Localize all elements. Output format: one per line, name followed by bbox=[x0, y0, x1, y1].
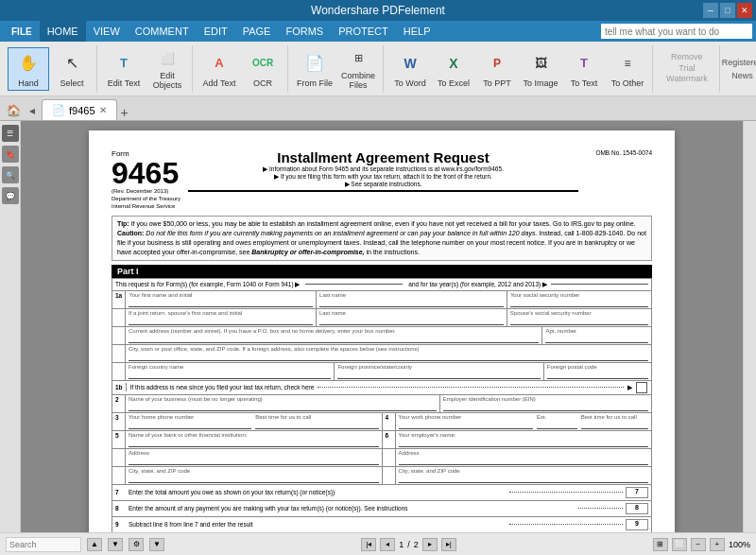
sidebar-thumbnail-icon[interactable]: ☰ bbox=[2, 125, 19, 142]
row-3-4: 3 Your home phone number Best time for u… bbox=[112, 413, 651, 431]
to-excel-button[interactable]: X To Excel bbox=[433, 47, 474, 91]
tab-close-icon[interactable]: ✕ bbox=[99, 105, 107, 115]
bottom-search-input[interactable] bbox=[6, 537, 81, 552]
add-text-button[interactable]: A Add Text bbox=[198, 47, 240, 91]
to-image-button[interactable]: 🖼 To Image bbox=[520, 47, 561, 91]
hand-icon: ✋ bbox=[15, 50, 42, 77]
page-last-button[interactable]: ▸| bbox=[441, 538, 456, 551]
edit-objects-icon: ⬜ bbox=[154, 48, 180, 69]
row-8-text: Enter the amount of any payment you are … bbox=[129, 505, 576, 512]
menu-edit[interactable]: EDIT bbox=[197, 21, 235, 42]
page-prev-button[interactable]: ◂ bbox=[380, 538, 395, 551]
pdf-viewer[interactable]: Form 9465 (Rev. December 2013)Department… bbox=[21, 121, 743, 532]
to-image-icon: 🖼 bbox=[527, 50, 554, 77]
view-mode-2-button[interactable]: ⬜ bbox=[672, 538, 687, 551]
nav-more-button[interactable]: ▼ bbox=[149, 538, 164, 551]
form-section-main: This request is for Form(s) (for example… bbox=[112, 278, 652, 532]
home-phone-group: Your home phone number Best time for us … bbox=[126, 413, 383, 430]
row-5-6-address: Address Address bbox=[112, 449, 651, 467]
edit-text-icon: T bbox=[111, 50, 137, 77]
joint-last-name-field: Last name bbox=[317, 309, 507, 326]
menu-protect[interactable]: PROTECT bbox=[331, 21, 396, 42]
menu-help[interactable]: HELP bbox=[396, 21, 438, 42]
combine-files-button[interactable]: ⊞ Combine Files bbox=[337, 47, 379, 91]
back-nav-icon[interactable]: 🏠 bbox=[4, 101, 23, 120]
maximize-button[interactable]: □ bbox=[720, 3, 735, 18]
menu-home[interactable]: HOME bbox=[40, 21, 86, 42]
foreign-province-field: Foreign province/state/county bbox=[335, 363, 543, 380]
to-other-icon: ≡ bbox=[614, 50, 641, 77]
form-arrow2: ▶ If you are filing this form with your … bbox=[188, 173, 578, 181]
nav-settings-button[interactable]: ⚙ bbox=[129, 538, 144, 551]
bank-name-field: Name of your bank or other financial ins… bbox=[126, 431, 383, 448]
menu-search-input[interactable] bbox=[601, 24, 752, 39]
tax-years-text: and for tax year(s) (for example, 2012 a… bbox=[408, 281, 547, 288]
menu-file[interactable]: FILE bbox=[4, 21, 40, 42]
content-tool-group: A Add Text OCR OCR bbox=[195, 45, 288, 93]
request-text: This request is for Form(s) (for example… bbox=[115, 281, 300, 288]
window-controls: ─ □ ✕ bbox=[703, 3, 752, 18]
page-first-button[interactable]: |◂ bbox=[361, 538, 376, 551]
from-file-button[interactable]: 📄 From File bbox=[294, 47, 335, 91]
row-8-box: 8 bbox=[626, 503, 648, 514]
registered-label[interactable]: Registered bbox=[722, 58, 756, 67]
sidebar-comment-icon[interactable]: 💬 bbox=[2, 187, 19, 204]
joint-first-name-field: If a joint return, spouse's first name a… bbox=[126, 309, 317, 326]
new-tab-button[interactable]: + bbox=[117, 105, 132, 120]
form-title: Installment Agreement Request bbox=[188, 149, 578, 165]
row-9: 9 Subtract line 8 from line 7 and enter … bbox=[112, 517, 651, 532]
remove-watermark-button[interactable]: Remove Trial Watermark bbox=[659, 52, 715, 85]
last-name-field: Last name bbox=[317, 291, 507, 308]
to-image-label: To Image bbox=[523, 78, 558, 88]
zoom-in-button[interactable]: + bbox=[710, 538, 725, 551]
news-label[interactable]: News bbox=[731, 71, 753, 80]
ocr-button[interactable]: OCR OCR bbox=[242, 47, 284, 91]
row-5-6-header: 5 Name of your bank or other financial i… bbox=[112, 431, 651, 449]
nav-up-button[interactable]: ▲ bbox=[87, 538, 102, 551]
menu-forms[interactable]: FORMS bbox=[278, 21, 331, 42]
bottom-center-nav: |◂ ◂ 1 / 2 ▸ ▸| bbox=[361, 538, 456, 551]
row-5-number: 5 bbox=[112, 431, 126, 448]
nav-down-button[interactable]: ▼ bbox=[108, 538, 123, 551]
nav-back-icon[interactable]: ◂ bbox=[23, 101, 42, 120]
main-area: ☰ 🔖 🔍 💬 Form 9465 (Rev. December 2013)De… bbox=[0, 121, 756, 532]
tab-f9465-label: f9465 bbox=[69, 105, 95, 116]
menu-view[interactable]: VIEW bbox=[86, 21, 128, 42]
app-title: Wondershare PDFelement bbox=[311, 4, 445, 17]
sidebar-bookmark-icon[interactable]: 🔖 bbox=[2, 146, 19, 163]
sidebar-search-icon[interactable]: 🔍 bbox=[2, 166, 19, 183]
tab-bar: 🏠 ◂ 📄 f9465 ✕ + bbox=[0, 96, 756, 121]
row-6-addr-spacer bbox=[383, 449, 396, 466]
to-ppt-label: To PPT bbox=[483, 78, 511, 88]
foreign-country-field: Foreign country name bbox=[126, 363, 335, 380]
hand-label: Hand bbox=[18, 78, 39, 88]
to-other-button[interactable]: ≡ To Other bbox=[607, 47, 648, 91]
row-4-number: 4 bbox=[383, 413, 396, 430]
right-sidebar-scrollbar[interactable] bbox=[743, 121, 756, 532]
page-next-button[interactable]: ▸ bbox=[422, 538, 438, 551]
ocr-icon: OCR bbox=[249, 50, 276, 77]
edit-text-button[interactable]: T Edit Text bbox=[103, 47, 145, 91]
minimize-button[interactable]: ─ bbox=[703, 3, 718, 18]
to-word-button[interactable]: W To Word bbox=[389, 47, 431, 91]
menu-comment[interactable]: COMMENT bbox=[128, 21, 197, 42]
zoom-out-button[interactable]: − bbox=[691, 538, 706, 551]
bottom-left: ▲ ▼ ⚙ ▼ bbox=[6, 537, 164, 552]
row-8-label: 8 bbox=[115, 505, 129, 512]
home-phone-field: Your home phone number bbox=[129, 414, 251, 429]
edit-objects-button[interactable]: ⬜ Edit Objects bbox=[146, 47, 188, 91]
new-address-row: If this address is new since you filed y… bbox=[127, 381, 651, 394]
select-button[interactable]: ↖ Select bbox=[51, 47, 93, 91]
to-ppt-button[interactable]: P To PPT bbox=[476, 47, 518, 91]
menu-page[interactable]: PAGE bbox=[235, 21, 279, 42]
row-5-6-city: City, state, and ZIP code City, state, a… bbox=[112, 467, 651, 485]
close-button[interactable]: ✕ bbox=[737, 3, 752, 18]
first-name-field: Your first name and initial bbox=[126, 291, 317, 308]
to-text-button[interactable]: T To Text bbox=[563, 47, 605, 91]
to-ppt-icon: P bbox=[484, 50, 510, 77]
hand-button[interactable]: ✋ Hand bbox=[8, 47, 49, 91]
best-time-3-field: Best time for us to call bbox=[255, 414, 378, 429]
tab-f9465[interactable]: 📄 f9465 ✕ bbox=[42, 99, 117, 120]
to-other-label: To Other bbox=[611, 78, 644, 88]
view-mode-1-button[interactable]: ⊞ bbox=[653, 538, 668, 551]
